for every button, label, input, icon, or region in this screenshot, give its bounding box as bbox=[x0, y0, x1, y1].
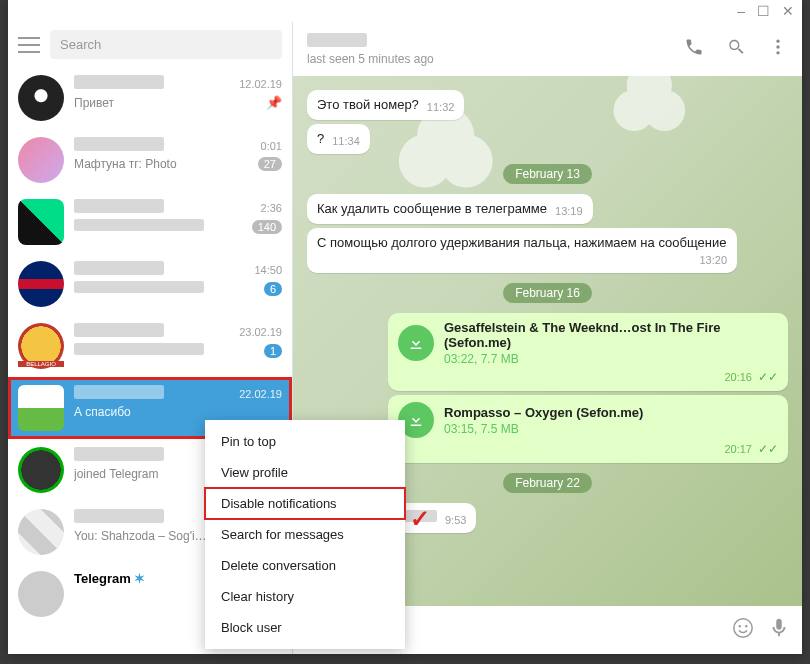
message-time: 20:16 bbox=[724, 371, 752, 383]
avatar bbox=[18, 323, 64, 369]
search-input[interactable]: Search bbox=[50, 30, 282, 59]
svg-point-0 bbox=[776, 40, 779, 43]
chat-date: 23.02.19 bbox=[239, 326, 282, 338]
message-time: 9:53 bbox=[445, 514, 466, 526]
chat-list-item[interactable]: 0:01 Мафтуна тг: Photo 27 bbox=[8, 129, 292, 191]
chat-name bbox=[74, 509, 164, 526]
avatar bbox=[18, 137, 64, 183]
avatar bbox=[18, 261, 64, 307]
svg-point-2 bbox=[776, 51, 779, 54]
context-menu-item[interactable]: Pin to top bbox=[205, 426, 405, 457]
unread-badge: 1 bbox=[264, 344, 282, 358]
chat-preview bbox=[74, 281, 204, 296]
chat-date: 0:01 bbox=[261, 140, 282, 152]
unread-badge: 27 bbox=[258, 157, 282, 171]
unread-badge: 140 bbox=[252, 220, 282, 234]
maximize-icon[interactable]: ☐ bbox=[757, 3, 770, 19]
message-outgoing-audio[interactable]: Gesaffelstein & The Weeknd…ost In The Fi… bbox=[307, 313, 788, 391]
pin-icon: 📌 bbox=[266, 95, 282, 110]
menu-icon[interactable] bbox=[18, 37, 40, 53]
avatar bbox=[18, 571, 64, 617]
unread-badge: 6 bbox=[264, 282, 282, 296]
context-menu-item[interactable]: Search for messages bbox=[205, 519, 405, 550]
chat-context-menu: Pin to topView profileDisable notificati… bbox=[205, 420, 405, 649]
context-menu-item[interactable]: Block user bbox=[205, 612, 405, 643]
context-menu-item[interactable]: View profile bbox=[205, 457, 405, 488]
download-icon[interactable] bbox=[398, 325, 434, 361]
svg-point-5 bbox=[745, 625, 747, 627]
svg-point-3 bbox=[734, 619, 752, 637]
audio-meta: 03:15, 7.5 MB bbox=[444, 422, 778, 436]
chat-date: 14:50 bbox=[254, 264, 282, 276]
chat-preview bbox=[74, 219, 204, 234]
message-incoming[interactable]: Как удалить сообщение в телеграмме13:19 bbox=[307, 194, 788, 224]
chat-preview: Мафтуна тг: Photo bbox=[74, 157, 177, 171]
message-time: 11:34 bbox=[332, 135, 360, 147]
chat-list-item[interactable]: 23.02.19 1 bbox=[8, 315, 292, 377]
audio-title: Gesaffelstein & The Weeknd…ost In The Fi… bbox=[444, 320, 778, 350]
chat-name bbox=[74, 137, 164, 154]
mic-icon[interactable] bbox=[768, 617, 790, 643]
avatar bbox=[18, 509, 64, 555]
message-incoming[interactable]: С помощью долгого удерживания пальца, на… bbox=[307, 228, 788, 273]
chat-name: Telegram ✶ bbox=[74, 571, 145, 586]
chat-name bbox=[74, 385, 164, 402]
svg-point-1 bbox=[776, 45, 779, 48]
message-time: 20:17 bbox=[724, 443, 752, 455]
chat-name bbox=[74, 199, 164, 216]
app-window: – ☐ ✕ Search 12.02.19 Привет 📌 bbox=[8, 0, 802, 654]
chat-preview: Привет bbox=[74, 96, 114, 110]
chat-preview bbox=[74, 343, 204, 358]
chat-preview: You: Shahzoda – Sog'i… bbox=[74, 529, 207, 543]
message-incoming[interactable]: ?11:34 bbox=[307, 124, 788, 154]
avatar bbox=[18, 199, 64, 245]
chat-title bbox=[307, 33, 670, 50]
context-menu-item[interactable]: Delete conversation bbox=[205, 550, 405, 581]
chat-name bbox=[74, 75, 164, 92]
chat-date: 22.02.19 bbox=[239, 388, 282, 400]
chat-preview: А спасибо bbox=[74, 405, 131, 419]
more-icon[interactable] bbox=[768, 37, 788, 61]
chat-list-item[interactable]: 12.02.19 Привет 📌 bbox=[8, 67, 292, 129]
svg-point-4 bbox=[739, 625, 741, 627]
chat-list-item[interactable]: 14:50 6 bbox=[8, 253, 292, 315]
message-incoming[interactable]: Это твой номер?11:32 bbox=[307, 90, 788, 120]
avatar bbox=[18, 75, 64, 121]
date-separator: February 22 bbox=[503, 473, 592, 493]
chat-status: last seen 5 minutes ago bbox=[307, 52, 670, 66]
chat-header: last seen 5 minutes ago bbox=[293, 22, 802, 76]
search-icon[interactable] bbox=[726, 37, 746, 61]
chat-list-item[interactable]: 2:36 140 bbox=[8, 191, 292, 253]
chat-preview: joined Telegram bbox=[74, 467, 159, 481]
date-separator: February 13 bbox=[503, 164, 592, 184]
audio-meta: 03:22, 7.7 MB bbox=[444, 352, 778, 366]
date-separator: February 16 bbox=[503, 283, 592, 303]
read-checks-icon: ✓✓ bbox=[758, 442, 778, 456]
chat-date: 12.02.19 bbox=[239, 78, 282, 90]
call-icon[interactable] bbox=[684, 37, 704, 61]
message-time: 13:20 bbox=[699, 254, 727, 266]
chat-name bbox=[74, 447, 164, 464]
titlebar: – ☐ ✕ bbox=[8, 0, 802, 22]
emoji-icon[interactable] bbox=[732, 617, 754, 643]
chat-date: 2:36 bbox=[261, 202, 282, 214]
verified-icon: ✶ bbox=[134, 571, 145, 586]
avatar bbox=[18, 447, 64, 493]
close-icon[interactable]: ✕ bbox=[782, 3, 794, 19]
context-menu-item[interactable]: Clear history bbox=[205, 581, 405, 612]
chat-name bbox=[74, 261, 164, 278]
read-checks-icon: ✓✓ bbox=[758, 370, 778, 384]
message-time: 11:32 bbox=[427, 101, 455, 113]
message-time: 13:19 bbox=[555, 205, 583, 217]
avatar bbox=[18, 385, 64, 431]
minimize-icon[interactable]: – bbox=[737, 3, 745, 19]
audio-title: Rompasso – Oxygen (Sefon.me) bbox=[444, 405, 778, 420]
context-menu-item[interactable]: Disable notifications bbox=[205, 488, 405, 519]
chat-name bbox=[74, 323, 164, 340]
